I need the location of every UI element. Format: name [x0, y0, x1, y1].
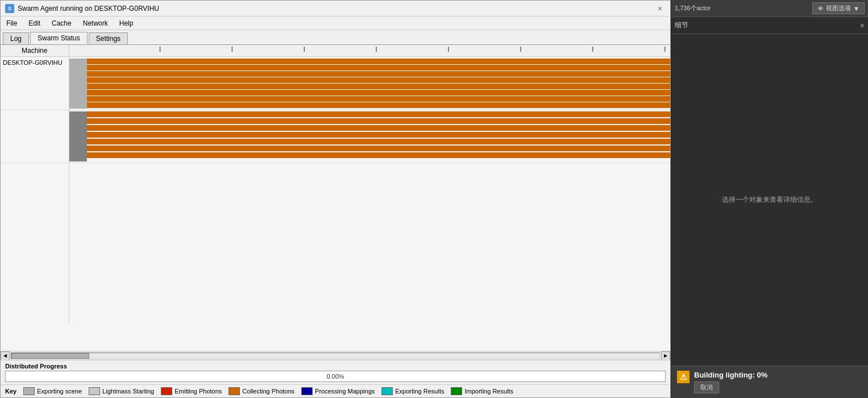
horizontal-scrollbar[interactable]: ◀ ▶ [1, 351, 670, 360]
scroll-right-arrow[interactable]: ▶ [661, 351, 670, 360]
key-item-exporting-results: Exporting Results [381, 387, 444, 395]
view-options-button[interactable]: 👁 视图选项 ▼ [812, 2, 865, 14]
thread-row [69, 84, 671, 89]
key-item-importing: Importing Results [451, 387, 513, 395]
key-label-lightmass: Lightmass Starting [102, 388, 154, 395]
thread-row [69, 102, 671, 108]
key-swatch-exporting-scene [23, 387, 35, 395]
menu-help[interactable]: Help [114, 18, 139, 28]
key-item-exporting-scene: Exporting scene [23, 387, 82, 395]
title-bar-left: S Swarm Agent running on DESKTOP-G0RVIHU [5, 4, 159, 13]
warning-icon: ⚠ [677, 371, 690, 383]
key-label-collecting: Collecting Photons [242, 388, 294, 395]
tab-log[interactable]: Log [3, 32, 29, 44]
machine-column-header: Machine [1, 45, 69, 57]
key-label-exporting-results: Exporting Results [395, 388, 444, 395]
thread-row [69, 65, 671, 71]
scrollbar-thumb[interactable] [11, 353, 89, 359]
bar-orange-1 [87, 59, 670, 64]
tab-swarm-status[interactable]: Swarm Status [30, 32, 88, 44]
close-button[interactable]: × [654, 3, 666, 14]
key-label-processing: Processing Mappings [315, 388, 375, 395]
scroll-left-arrow[interactable]: ◀ [1, 351, 10, 360]
gantt-chart-area[interactable]: Machine | | | | | | | | [1, 45, 670, 351]
window-title: Swarm Agent running on DESKTOP-G0RVIHU [18, 5, 159, 13]
key-label-emitting: Emitting Photons [175, 388, 222, 395]
cancel-button[interactable]: 取消 [694, 382, 719, 393]
machine-label: DESKTOP-G0RVIHU [1, 57, 69, 110]
key-swatch-exporting-results [381, 387, 393, 395]
menu-edit[interactable]: Edit [23, 18, 46, 28]
key-swatch-collecting [229, 387, 240, 395]
key-label-importing: Importing Results [464, 388, 513, 395]
build-title: Building lighting: 0% [694, 371, 767, 379]
thread-row [69, 59, 671, 64]
scrollbar-track[interactable] [11, 353, 660, 359]
thread-row [69, 71, 671, 77]
bars-cell-2 [69, 110, 670, 163]
view-options-label: 视图选项 [826, 4, 851, 13]
title-bar: S Swarm Agent running on DESKTOP-G0RVIHU… [1, 1, 670, 16]
progress-bar-container: 0.00% [5, 371, 666, 382]
bar-orange-4 [87, 77, 670, 83]
progress-area: Distributed Progress 0.00% [1, 360, 670, 384]
gantt-table: Machine | | | | | | | | [1, 45, 670, 322]
key-item-lightmass: Lightmass Starting [89, 387, 154, 395]
table-row [1, 110, 670, 163]
thread-row [69, 77, 671, 83]
key-swatch-importing [451, 387, 462, 395]
bar-orange-3 [87, 71, 670, 77]
tab-settings[interactable]: Settings [89, 32, 128, 44]
bar-orange-row2-6 [87, 146, 670, 151]
bar-orange-row2-5 [87, 139, 670, 144]
view-options-arrow: ▼ [853, 5, 859, 12]
empty-machine-label [1, 163, 69, 322]
timeline-header: | | | | | | | | [69, 45, 670, 57]
machine-label-2 [1, 110, 69, 163]
bars-container [69, 111, 671, 161]
detail-placeholder-text: 选择一个对象来查看详细信息。 [722, 195, 817, 205]
bar-orange-row2-7 [87, 152, 670, 158]
key-label-exporting-scene: Exporting scene [37, 388, 82, 395]
progress-bar-text: 0.00% [326, 373, 344, 380]
bar-orange-8 [87, 102, 670, 108]
eye-icon: 👁 [817, 5, 824, 12]
key-area: Key Exporting scene Lightmass Starting E… [1, 384, 670, 397]
table-row-empty [1, 163, 670, 322]
detail-panel-content: 选择一个对象来查看详细信息。 [671, 34, 868, 366]
menu-file[interactable]: File [1, 18, 23, 28]
empty-bars-cell [69, 163, 670, 322]
thread-row [69, 96, 671, 102]
progress-label: Distributed Progress [5, 363, 666, 370]
thread-row [69, 90, 671, 96]
bar-orange-row2-1 [87, 111, 670, 117]
key-label: Key [5, 388, 16, 395]
bar-orange-row2-4 [87, 132, 670, 138]
menu-bar: File Edit Cache Network Help [1, 16, 670, 30]
menu-cache[interactable]: Cache [46, 18, 77, 28]
bars-cell [69, 57, 670, 110]
build-notification: ⚠ Building lighting: 0% 取消 [671, 366, 868, 398]
bar-orange-row2-3 [87, 125, 670, 131]
bar-dark-gray [69, 111, 88, 161]
bar-orange-5 [87, 84, 670, 89]
right-panel-top: 1,736个actor 👁 视图选项 ▼ [671, 0, 868, 17]
menu-network[interactable]: Network [77, 18, 114, 28]
actor-count: 1,736个actor [675, 4, 711, 13]
build-info: Building lighting: 0% 取消 [694, 371, 767, 393]
tab-bar: Log Swarm Status Settings [1, 30, 670, 45]
bar-orange-2 [87, 65, 670, 71]
bar-orange-7 [87, 96, 670, 102]
key-item-collecting: Collecting Photons [229, 387, 294, 395]
bar-orange-6 [87, 90, 670, 96]
key-swatch-lightmass [89, 387, 100, 395]
key-swatch-emitting [161, 387, 172, 395]
main-content: Machine | | | | | | | | [1, 45, 670, 397]
key-item-processing: Processing Mappings [301, 387, 375, 395]
right-panel: 1,736个actor 👁 视图选项 ▼ 细节 × 选择一个对象来查看详细信息。… [671, 0, 868, 398]
detail-panel-close[interactable]: × [860, 21, 865, 30]
key-item-emitting: Emitting Photons [161, 387, 222, 395]
detail-panel-header: 细节 × [671, 17, 868, 34]
bar-orange-row2-2 [87, 118, 670, 124]
detail-panel-label: 细节 [675, 20, 688, 30]
